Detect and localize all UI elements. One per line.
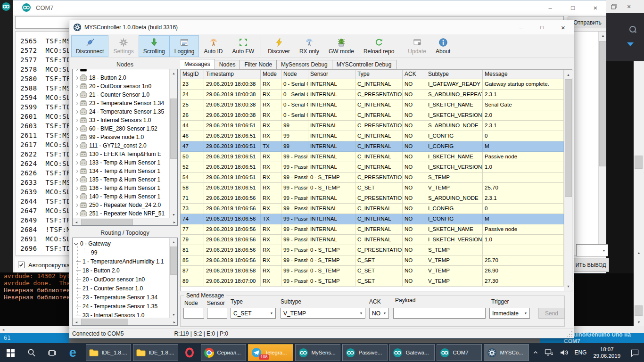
auto-fw-button[interactable]: Auto FW xyxy=(228,35,259,57)
chevron-right-icon[interactable] xyxy=(75,84,78,88)
chevron-right-icon[interactable] xyxy=(75,118,78,122)
routing-tree-item[interactable]: 33 - Internal Sensors 1.0 xyxy=(73,311,169,318)
disconnect-button[interactable]: Disconnect xyxy=(71,35,108,57)
column-header[interactable]: Mode xyxy=(261,70,281,79)
taskbar-app-ide1[interactable]: IDE_1.8.... xyxy=(86,344,131,361)
scroll-left-icon[interactable]: ◄ xyxy=(73,218,80,226)
subtype-select[interactable]: V_TEMP▼ xyxy=(281,308,365,319)
column-header[interactable]: Node xyxy=(281,70,308,79)
send-button[interactable]: Send xyxy=(538,308,565,319)
chevron-right-icon[interactable] xyxy=(75,152,78,156)
nodes-tree-item[interactable]: 60 - BME_280 Sensor 1.52 xyxy=(73,124,169,133)
chevron-right-icon[interactable] xyxy=(75,212,78,215)
scroll-down-icon[interactable]: ▼ xyxy=(634,318,644,326)
nodes-tree-item[interactable]: 250 - Repeater Node_24 2.0 xyxy=(73,201,169,209)
type-select[interactable]: C_SET▼ xyxy=(231,308,276,319)
nodes-tree-item[interactable]: 111 - GY712_const 2.0 xyxy=(73,141,169,150)
column-header[interactable]: Type xyxy=(355,70,403,79)
opera-button[interactable] xyxy=(179,343,200,362)
scroll-right-icon[interactable]: ► xyxy=(171,318,178,326)
rx-only-button[interactable]: RX only xyxy=(295,35,324,57)
scroll-right-icon[interactable]: ► xyxy=(171,218,178,226)
routing-hscrollbar[interactable]: ◄ ► xyxy=(73,318,178,325)
table-row[interactable]: 25 29.06.2019 18:00:38 RX 0 - Serial G I… xyxy=(181,100,564,110)
column-header[interactable]: MsgID xyxy=(181,70,204,79)
chevron-right-icon[interactable] xyxy=(75,161,78,164)
resize-grip[interactable] xyxy=(567,331,573,337)
language-indicator[interactable]: ENG xyxy=(572,343,588,362)
close-icon[interactable]: × xyxy=(587,1,603,14)
nodes-tree-item[interactable]: 251 - Repeater Node NRF_51 xyxy=(73,209,169,218)
scroll-down-icon[interactable]: ▼ xyxy=(564,282,572,290)
routing-tree-item[interactable]: 21 - Counter Sensor 1.0 xyxy=(73,284,169,293)
chevron-right-icon[interactable] xyxy=(75,127,78,130)
clear-output-button[interactable]: ИТЬ ВЫВОД xyxy=(572,258,609,272)
scrollbar-thumb[interactable] xyxy=(170,99,177,159)
node-input[interactable] xyxy=(183,308,204,319)
nodes-tree-item[interactable]: 136 - Temp & Hum Sensor 1 xyxy=(73,184,169,192)
minimize-icon[interactable]: – xyxy=(542,1,558,14)
scrolling-button[interactable]: Scrolling xyxy=(139,35,170,57)
close-icon[interactable]: × xyxy=(553,21,574,34)
table-row[interactable]: 52 29.06.2019 18:06:51 RX 99 - Passiv IN… xyxy=(181,162,564,173)
chevron-right-icon[interactable] xyxy=(75,178,78,181)
table-row[interactable]: 50 29.06.2019 18:06:51 RX 99 - Passiv IN… xyxy=(181,152,564,162)
scrollbar-thumb[interactable] xyxy=(565,79,572,197)
chevron-right-icon[interactable] xyxy=(75,186,78,189)
network-tray-icon[interactable] xyxy=(542,343,556,362)
clock[interactable]: 18:07 29.06.2019 xyxy=(589,346,624,359)
nodes-tree-item[interactable]: 18 - Button 2.0 xyxy=(73,74,169,82)
restore-icon[interactable] xyxy=(611,4,617,9)
table-row[interactable]: 77 29.06.2019 18:06:56 RX 99 - Passiv IN… xyxy=(181,224,564,235)
tab[interactable]: Messages xyxy=(180,59,215,69)
chevron-right-icon[interactable] xyxy=(75,93,78,96)
table-row[interactable]: 85 29.06.2019 18:06:56 RX 99 - Passiv 0 … xyxy=(181,255,564,266)
table-row[interactable]: 47 29.06.2019 18:06:51 TX 99 INTERNAL C_… xyxy=(181,141,564,152)
scroll-left-icon[interactable]: ◄ xyxy=(73,318,80,326)
tab[interactable]: MYSController Debug xyxy=(332,60,396,69)
tab[interactable]: Nodes xyxy=(215,60,240,69)
scrollbar-thumb[interactable] xyxy=(170,247,177,275)
taskbar-app-serial[interactable]: Сериал... xyxy=(201,344,246,361)
taskbar-app-mysc[interactable]: MYSCo... xyxy=(484,344,529,361)
nodes-tree-item[interactable]: 33 - Internal Sensors 1.0 xyxy=(73,116,169,124)
chevron-right-icon[interactable] xyxy=(75,110,78,113)
column-header[interactable]: Timestamp xyxy=(204,70,261,79)
chevron-right-icon[interactable] xyxy=(75,203,78,206)
tab[interactable]: MySensors Debug xyxy=(277,60,332,69)
column-header[interactable]: Message xyxy=(483,70,564,79)
routing-tree-item[interactable]: 23 - Temperature Sensor 1.34 xyxy=(73,293,169,302)
chevron-right-icon[interactable] xyxy=(75,76,78,79)
payload-input[interactable] xyxy=(393,308,486,319)
gw-mode-button[interactable]: GW mode xyxy=(324,35,359,57)
nodes-tree-item[interactable]: 99 - Passive node 1.0 xyxy=(73,133,169,141)
column-header[interactable]: ACK xyxy=(403,70,426,79)
tab[interactable]: Filter Node xyxy=(240,60,277,69)
routing-tree-item[interactable]: 24 - Temperature Sensor 1.35 xyxy=(73,302,169,311)
maximize-icon[interactable]: □ xyxy=(531,21,553,34)
sensor-input[interactable] xyxy=(207,308,227,319)
edge-button[interactable]: e xyxy=(62,343,83,362)
autoscroll-checkbox[interactable] xyxy=(18,262,25,268)
column-header[interactable]: Subtype xyxy=(426,70,483,79)
table-row[interactable]: 79 29.06.2019 18:06:56 RX 99 - Passiv IN… xyxy=(181,235,564,245)
close-icon[interactable]: × xyxy=(627,3,631,10)
taskbar-app-ide2[interactable]: IDE_1.8.... xyxy=(133,344,178,361)
table-row[interactable]: 24 29.06.2019 18:00:38 RX 0 - Serial G I… xyxy=(181,90,564,100)
nodes-tree-item[interactable]: 130 - EFEKTA Temp&Hum E xyxy=(73,150,169,158)
table-row[interactable]: 81 29.06.2019 18:06:56 RX 99 - Passiv 0 … xyxy=(181,245,564,255)
table-row[interactable]: 71 29.06.2019 18:06:56 RX 99 - Passiv IN… xyxy=(181,193,564,204)
scroll-up-icon[interactable]: ▲ xyxy=(170,69,178,77)
chevron-right-icon[interactable] xyxy=(75,195,78,198)
routing-tree-item[interactable]: 20 - OutDoor sensor 1n0 xyxy=(73,275,169,284)
dropdown-triangle-icon[interactable] xyxy=(627,42,634,46)
scrollbar-thumb[interactable] xyxy=(635,305,643,316)
table-row[interactable]: 23 29.06.2019 18:00:38 RX 0 - Serial G I… xyxy=(181,79,564,90)
chevron-right-icon[interactable] xyxy=(75,169,78,173)
trigger-select[interactable]: Immediate▼ xyxy=(489,308,530,319)
maximize-icon[interactable]: □ xyxy=(565,1,581,14)
table-row[interactable]: 46 29.06.2019 18:06:51 RX 99 INTERNAL C_… xyxy=(181,131,564,141)
table-row[interactable]: 87 29.06.2019 18:06:58 RX 99 - Passiv 0 … xyxy=(181,266,564,276)
scroll-down-icon[interactable]: ▼ xyxy=(170,211,178,218)
nodes-tree-item[interactable]: 135 - Temp & Hum Sensor 1 xyxy=(73,175,169,184)
